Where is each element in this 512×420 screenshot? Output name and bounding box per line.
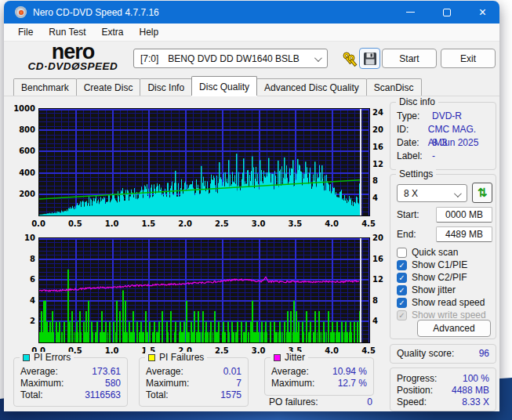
po-failures-value: 0 xyxy=(367,396,372,407)
pi-errors-chart: 100080060040020024201612840.00.51.01.52.… xyxy=(13,102,389,231)
app-cd-icon xyxy=(15,6,27,18)
drive-name: BENQ DVD DD DW1640 BSLB xyxy=(168,53,299,64)
axis-tick-label: 200 xyxy=(13,190,35,198)
scan-speed-select[interactable]: 8 X xyxy=(397,184,467,202)
quick-scan-checkbox[interactable]: ✓Quick scan xyxy=(397,247,458,258)
disc-label-row: Label:- xyxy=(397,150,489,163)
settings-legend: Settings xyxy=(396,168,436,179)
advanced-button[interactable]: Advanced xyxy=(417,320,491,337)
minimize-button[interactable] xyxy=(405,6,416,18)
show-c2-pif-checkbox[interactable]: ✓Show C2/PIF xyxy=(397,272,467,283)
nero-logo-wordmark: nero xyxy=(13,42,133,61)
stat-row: Maximum:12.7 % xyxy=(271,378,367,389)
axis-tick-label: 3.0 xyxy=(249,219,269,228)
save-floppy-icon xyxy=(363,52,377,66)
axis-tick-label: 2.5 xyxy=(212,346,232,355)
speed-row: Speed:8.33 X xyxy=(397,396,489,408)
progress-row: Progress:100 % xyxy=(397,373,489,385)
axis-tick-label: 3.5 xyxy=(285,219,305,228)
axis-tick-label: 6 xyxy=(13,275,35,284)
menu-run-test[interactable]: Run Test xyxy=(41,24,93,40)
axis-tick-label: 800 xyxy=(13,125,35,134)
stat-row: Average:0.01 xyxy=(146,366,241,378)
pi-errors-plot xyxy=(38,108,370,216)
disc-id-row: ID:CMC MAG. AM3 xyxy=(397,123,489,136)
axis-tick-label: 1.5 xyxy=(138,219,158,228)
minimize-icon xyxy=(406,12,415,13)
axis-tick-label: 1.0 xyxy=(102,219,122,228)
lock-keys-button[interactable] xyxy=(339,48,360,69)
close-button[interactable]: × xyxy=(477,6,488,18)
checkbox-icon: ✓ xyxy=(397,248,407,258)
menu-file[interactable]: File xyxy=(10,24,41,40)
checkbox-icon: ✓ xyxy=(397,260,407,270)
show-read-speed-checkbox[interactable]: ✓Show read speed xyxy=(397,297,485,308)
axis-tick-label: 0.5 xyxy=(65,219,85,228)
show-jitter-checkbox[interactable]: ✓Show jitter xyxy=(397,284,456,295)
axis-tick-label: 2.5 xyxy=(212,219,232,228)
jitter-stats: Jitter Average:10.94 % Maximum:12.7 % xyxy=(264,357,374,396)
stat-row: Maximum:580 xyxy=(20,378,121,389)
menu-help[interactable]: Help xyxy=(132,24,167,40)
axis-tick-label: 1000 xyxy=(13,104,35,113)
position-row: Position:4488 MB xyxy=(397,385,489,396)
start-field-label: Start: xyxy=(397,209,419,220)
stat-row: Average:10.94 % xyxy=(271,366,367,378)
tab-scandisc[interactable]: ScanDisc xyxy=(366,78,422,96)
chevron-down-icon xyxy=(454,190,462,197)
save-button[interactable] xyxy=(359,48,380,69)
show-write-speed-checkbox: ✓Show write speed xyxy=(397,310,486,320)
pi-errors-stats: PI Errors Average:173.61 Maximum:580 Tot… xyxy=(13,357,128,407)
axis-tick-label: 8 xyxy=(13,255,35,263)
drive-select[interactable]: [7:0] BENQ DVD DD DW1640 BSLB xyxy=(133,49,328,68)
pi-failures-swatch xyxy=(148,354,155,361)
start-button[interactable]: Start xyxy=(382,49,437,68)
start-position-field[interactable]: 0000 MB xyxy=(436,207,492,223)
axis-tick-label: 3.0 xyxy=(249,346,269,355)
stat-row: Total:3116563 xyxy=(20,389,121,401)
menu-bar: File Run Test Extra Help xyxy=(4,24,499,42)
exit-button[interactable]: Exit xyxy=(441,49,496,68)
quality-score-label: Quality score: xyxy=(397,348,454,357)
disc-type-row: Type:DVD-R xyxy=(397,110,489,123)
title-bar[interactable]: Nero CD-DVD Speed 4.7.7.16 × xyxy=(4,1,499,24)
show-c1-pie-checkbox[interactable]: ✓Show C1/PIE xyxy=(397,259,467,270)
app-window: Nero CD-DVD Speed 4.7.7.16 × File Run Te… xyxy=(4,1,499,411)
axis-tick-label: 2 xyxy=(13,317,35,325)
refresh-button[interactable]: ⇅ xyxy=(472,183,492,203)
axis-tick-label: 4.0 xyxy=(321,219,342,228)
tab-create-disc[interactable]: Create Disc xyxy=(76,78,141,96)
tab-disc-quality[interactable]: Disc Quality xyxy=(191,76,257,96)
axis-tick-label: 600 xyxy=(13,147,35,155)
disc-date-row: Date:8 Jun 2025 xyxy=(397,136,489,150)
maximize-button[interactable] xyxy=(441,6,452,18)
axis-tick-label: 4 xyxy=(13,296,35,305)
axis-tick-label: 2.0 xyxy=(175,219,195,228)
pi-failures-legend: PI Failures xyxy=(145,352,207,363)
quality-score-value: 96 xyxy=(479,348,489,357)
jitter-legend: Jitter xyxy=(271,352,308,363)
end-position-field[interactable]: 4489 MB xyxy=(436,226,492,242)
window-title: Nero CD-DVD Speed 4.7.7.16 xyxy=(33,7,159,18)
tab-advanced-disc-quality[interactable]: Advanced Disc Quality xyxy=(256,78,367,96)
settings-panel: Settings 8 X ⇅ Start: 0000 MB End: 4489 … xyxy=(390,174,496,339)
nero-logo: nero CD·DVDØSPEED xyxy=(13,42,133,71)
menu-extra[interactable]: Extra xyxy=(93,24,131,40)
axis-tick-label: 400 xyxy=(13,168,35,177)
disc-info-legend: Disc info xyxy=(396,96,438,107)
checkbox-icon: ✓ xyxy=(397,273,407,283)
stat-row: Average:173.61 xyxy=(20,366,121,378)
desktop: { "window": { "title": "Nero CD-DVD Spee… xyxy=(0,0,512,420)
axis-tick-label: 10 xyxy=(13,234,35,242)
tab-disc-info[interactable]: Disc Info xyxy=(140,78,192,96)
po-failures-row: PO failures: 0 xyxy=(269,396,372,407)
refresh-icon: ⇅ xyxy=(478,186,488,200)
keys-icon xyxy=(340,49,359,68)
pi-failures-plot xyxy=(38,237,370,343)
axis-tick-label: 1.0 xyxy=(102,346,122,355)
stat-row: Maximum:7 xyxy=(146,378,241,389)
axis-tick-label: 0.0 xyxy=(28,219,49,228)
drive-channel: [7:0] xyxy=(140,53,158,64)
tab-benchmark[interactable]: Benchmark xyxy=(13,78,77,96)
pi-errors-swatch xyxy=(23,354,30,361)
